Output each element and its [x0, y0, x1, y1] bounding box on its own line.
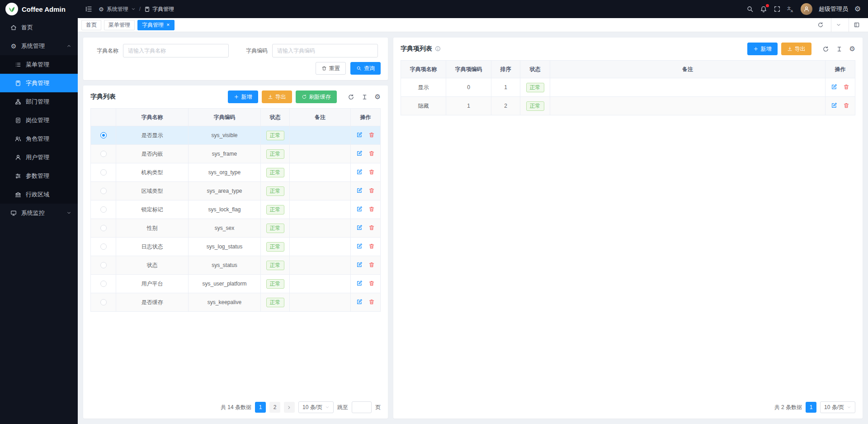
edit-icon[interactable] [831, 84, 837, 90]
delete-icon[interactable] [368, 187, 375, 194]
edit-icon[interactable] [356, 132, 363, 138]
settings-gear-icon[interactable]: ⚙ [854, 5, 861, 13]
sidebar-item-post-mgmt[interactable]: 岗位管理 [0, 111, 78, 129]
delete-icon[interactable] [368, 150, 375, 157]
row-radio[interactable] [100, 188, 107, 194]
edit-icon[interactable] [356, 243, 363, 249]
table-row[interactable]: 锁定标记 sys_lock_flag 正常 [91, 200, 381, 219]
reset-button[interactable]: 重置 [316, 62, 346, 75]
table-row[interactable]: 用户平台 sys_user_platform 正常 [91, 275, 381, 293]
row-radio[interactable] [100, 151, 107, 157]
sidebar-item-user-mgmt[interactable]: 用户管理 [0, 148, 78, 167]
sidebar-item-param-mgmt[interactable]: 参数管理 [0, 167, 78, 185]
next-page-button[interactable] [284, 402, 295, 413]
add-dict-button[interactable]: 新增 [228, 91, 258, 103]
delete-icon[interactable] [368, 299, 375, 305]
delete-icon[interactable] [368, 206, 375, 212]
edit-icon[interactable] [356, 262, 363, 268]
delete-icon[interactable] [843, 84, 849, 90]
delete-icon[interactable] [368, 280, 375, 286]
expand-content-icon[interactable] [849, 18, 864, 32]
table-row[interactable]: 显示 0 1 正常 [401, 78, 855, 97]
page-button-1[interactable]: 1 [255, 402, 266, 413]
page-size-select[interactable]: 10 条/页 [298, 401, 334, 413]
row-radio[interactable] [100, 262, 107, 268]
edit-icon[interactable] [356, 206, 363, 212]
collapse-sidebar-icon[interactable] [85, 5, 92, 13]
fullscreen-icon[interactable] [774, 5, 781, 13]
tab-options-chevron-icon[interactable] [831, 18, 846, 32]
row-radio[interactable] [100, 281, 107, 287]
edit-icon[interactable] [356, 150, 363, 157]
page-button-1[interactable]: 1 [806, 402, 816, 413]
table-settings-gear-icon[interactable]: ⚙ [849, 46, 855, 52]
app-logo[interactable]: Coffee Admin [0, 0, 78, 18]
translate-icon[interactable] [787, 5, 794, 13]
table-settings-gear-icon[interactable]: ⚙ [375, 94, 381, 100]
table-row[interactable]: 状态 sys_status 正常 [91, 256, 381, 275]
dict-name-input[interactable] [123, 44, 229, 57]
table-row[interactable]: 日志状态 sys_log_status 正常 [91, 238, 381, 256]
notification-bell-icon[interactable] [760, 5, 767, 13]
tab-dict-mgmt[interactable]: 字典管理✕ [137, 20, 175, 30]
delete-icon[interactable] [368, 169, 375, 175]
page-size-select[interactable]: 10 条/页 [820, 401, 855, 413]
delete-icon[interactable] [368, 262, 375, 268]
tab-home[interactable]: 首页 [81, 20, 101, 30]
refresh-tab-icon[interactable] [813, 18, 828, 32]
table-row[interactable]: 性别 sys_sex 正常 [91, 219, 381, 238]
row-radio[interactable] [100, 299, 107, 305]
edit-icon[interactable] [356, 187, 363, 194]
close-icon[interactable]: ✕ [166, 23, 170, 27]
col-actions: 操作 [351, 109, 381, 126]
sidebar-item-dept-mgmt[interactable]: 部门管理 [0, 92, 78, 111]
export-dict-button[interactable]: 导出 [262, 91, 292, 103]
row-radio[interactable] [100, 169, 107, 176]
dict-code-input[interactable] [272, 44, 378, 57]
info-icon[interactable] [435, 46, 441, 52]
refresh-table-icon[interactable] [822, 46, 829, 52]
sidebar-item-menu-mgmt[interactable]: 菜单管理 [0, 55, 78, 74]
sidebar-item-dict-mgmt[interactable]: 字典管理 [0, 74, 78, 92]
total-count: 共 2 条数据 [774, 404, 802, 411]
export-dict-item-button[interactable]: 导出 [781, 43, 811, 55]
tab-menu-mgmt[interactable]: 菜单管理 [104, 20, 135, 30]
sidebar-item-home[interactable]: 首页 [0, 18, 78, 37]
username[interactable]: 超级管理员 [819, 5, 848, 13]
table-row[interactable]: 区域类型 sys_area_type 正常 [91, 182, 381, 200]
row-radio[interactable] [100, 132, 107, 138]
sidebar-item-role-mgmt[interactable]: 角色管理 [0, 129, 78, 148]
table-row[interactable]: 是否内嵌 sys_frame 正常 [91, 145, 381, 163]
jump-page-input[interactable] [352, 401, 372, 413]
edit-icon[interactable] [356, 280, 363, 286]
sidebar-item-region[interactable]: 行政区域 [0, 185, 78, 204]
edit-icon[interactable] [831, 102, 837, 109]
row-radio[interactable] [100, 225, 107, 231]
refresh-table-icon[interactable] [348, 94, 354, 100]
sidebar-group-system[interactable]: ⚙ 系统管理 [0, 37, 78, 55]
row-density-icon[interactable] [836, 46, 843, 52]
delete-icon[interactable] [368, 224, 375, 231]
search-icon[interactable] [746, 5, 754, 13]
row-radio[interactable] [100, 243, 107, 250]
row-radio[interactable] [100, 206, 107, 213]
edit-icon[interactable] [356, 299, 363, 305]
delete-icon[interactable] [843, 102, 849, 109]
sidebar-group-label: 系统管理 [21, 42, 45, 50]
delete-icon[interactable] [368, 243, 375, 249]
delete-icon[interactable] [368, 132, 375, 138]
sidebar-group-monitor[interactable]: 系统监控 [0, 204, 78, 222]
table-row[interactable]: 隐藏 1 2 正常 [401, 97, 855, 115]
add-dict-item-button[interactable]: 新增 [747, 43, 778, 55]
table-row[interactable]: 是否缓存 sys_keepalive 正常 [91, 293, 381, 312]
refresh-cache-button[interactable]: 刷新缓存 [296, 91, 337, 103]
breadcrumb-root[interactable]: 系统管理 [107, 5, 128, 13]
row-density-icon[interactable] [361, 94, 368, 100]
edit-icon[interactable] [356, 169, 363, 175]
page-button-2[interactable]: 2 [269, 402, 280, 413]
edit-icon[interactable] [356, 224, 363, 231]
table-row[interactable]: 是否显示 sys_visible 正常 [91, 126, 381, 145]
table-row[interactable]: 机构类型 sys_org_type 正常 [91, 163, 381, 182]
avatar[interactable] [801, 3, 812, 15]
query-button[interactable]: 查询 [350, 62, 381, 75]
